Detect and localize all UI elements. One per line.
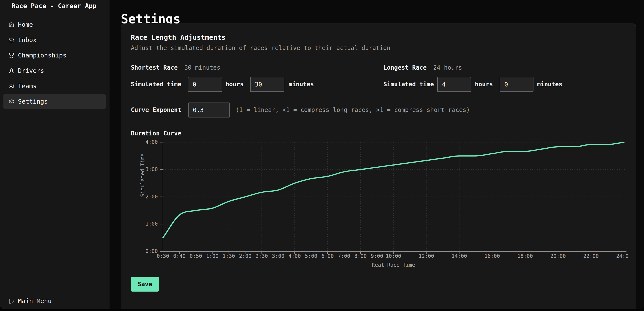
- shortest-race-label: Shortest Race: [131, 64, 178, 71]
- sidebar-item-drivers[interactable]: Drivers: [4, 63, 106, 78]
- svg-text:4:00: 4:00: [288, 253, 301, 259]
- svg-text:2:00: 2:00: [239, 253, 252, 259]
- panel-title: Race Length Adjustments: [131, 33, 226, 41]
- svg-text:3:00: 3:00: [272, 253, 284, 259]
- sidebar-item-championships[interactable]: Championships: [4, 48, 106, 63]
- inbox-icon: [8, 37, 14, 43]
- shortest-minutes-input[interactable]: [250, 77, 284, 92]
- panel-subtitle: Adjust the simulated duration of races r…: [131, 44, 390, 51]
- shortest-sim-time-label: Simulated time: [131, 81, 181, 88]
- svg-text:0:50: 0:50: [190, 253, 202, 259]
- svg-text:1:30: 1:30: [222, 253, 235, 259]
- sidebar-item-label: Home: [18, 21, 33, 28]
- sidebar-item-home[interactable]: Home: [4, 17, 106, 32]
- sidebar-item-inbox[interactable]: Inbox: [4, 32, 106, 48]
- svg-text:0:40: 0:40: [173, 253, 186, 259]
- users-icon: [8, 83, 14, 89]
- race-length-panel: Race Length Adjustments Adjust the simul…: [121, 23, 636, 309]
- shortest-minutes-unit: minutes: [289, 81, 314, 88]
- house-icon: [8, 22, 14, 27]
- user-icon: [8, 68, 14, 74]
- trophy-icon: [8, 52, 14, 58]
- window: Race Pace - Career App Home Inbox Champi…: [0, 0, 644, 309]
- svg-text:1:00: 1:00: [146, 221, 158, 227]
- longest-minutes-input[interactable]: [500, 77, 534, 92]
- longest-minutes-unit: minutes: [537, 81, 562, 88]
- svg-text:14:00: 14:00: [452, 253, 467, 259]
- svg-text:4:00: 4:00: [146, 139, 158, 145]
- svg-text:2:00: 2:00: [146, 194, 158, 200]
- svg-text:22:00: 22:00: [583, 253, 599, 259]
- svg-text:0:00: 0:00: [146, 248, 158, 254]
- sidebar-item-settings[interactable]: Settings: [4, 94, 106, 109]
- svg-text:20:00: 20:00: [550, 253, 566, 259]
- svg-text:0:30: 0:30: [157, 253, 169, 259]
- sidebar-item-label: Drivers: [18, 67, 44, 74]
- main-menu-label: Main Menu: [18, 297, 52, 305]
- curve-exponent-hint: (1 = linear, <1 = compress long races, >…: [236, 106, 470, 114]
- svg-text:1:00: 1:00: [206, 253, 218, 259]
- sidebar-item-label: Inbox: [18, 36, 36, 43]
- longest-race-label: Longest Race: [383, 64, 426, 71]
- svg-text:16:00: 16:00: [484, 253, 500, 259]
- svg-text:8:00: 8:00: [354, 253, 367, 259]
- gear-icon: [8, 99, 14, 104]
- chart-title: Duration Curve: [131, 130, 181, 137]
- longest-race-value: 24 hours: [433, 64, 462, 71]
- sidebar-nav: Home Inbox Championships Drivers: [4, 17, 106, 109]
- svg-text:18:00: 18:00: [518, 253, 533, 259]
- longest-hours-unit: hours: [475, 81, 493, 88]
- svg-text:12:00: 12:00: [419, 253, 434, 259]
- svg-text:9:00: 9:00: [371, 253, 383, 259]
- longest-sim-time-label: Simulated time: [383, 81, 434, 88]
- svg-text:5:00: 5:00: [305, 253, 317, 259]
- svg-text:Simulated Time: Simulated Time: [140, 154, 146, 197]
- svg-text:2:30: 2:30: [256, 253, 268, 259]
- svg-text:6:00: 6:00: [321, 253, 334, 259]
- svg-text:24:00: 24:00: [616, 253, 629, 259]
- duration-curve-chart: 0:001:002:003:004:000:300:400:501:001:30…: [131, 137, 629, 270]
- longest-hours-input[interactable]: [437, 77, 471, 92]
- sidebar-item-label: Championships: [18, 52, 66, 59]
- shortest-hours-input[interactable]: [188, 77, 222, 92]
- sidebar-item-label: Teams: [18, 82, 36, 90]
- sidebar-item-teams[interactable]: Teams: [4, 78, 106, 94]
- svg-text:10:00: 10:00: [386, 253, 401, 259]
- shortest-race-value: 30 minutes: [184, 64, 220, 71]
- curve-exponent-input[interactable]: [188, 102, 230, 117]
- save-button[interactable]: Save: [131, 277, 159, 292]
- svg-text:7:00: 7:00: [338, 253, 350, 259]
- curve-exponent-label: Curve Exponent: [131, 106, 181, 114]
- main-menu-button[interactable]: Main Menu: [8, 297, 52, 305]
- sidebar: Race Pace - Career App Home Inbox Champi…: [0, 0, 110, 309]
- sidebar-item-label: Settings: [18, 98, 48, 105]
- log-out-icon: [8, 298, 14, 304]
- shortest-hours-unit: hours: [226, 81, 244, 88]
- svg-text:3:00: 3:00: [146, 166, 158, 172]
- svg-text:Real Race Time: Real Race Time: [372, 262, 415, 268]
- app-title: Race Pace - Career App: [12, 2, 96, 9]
